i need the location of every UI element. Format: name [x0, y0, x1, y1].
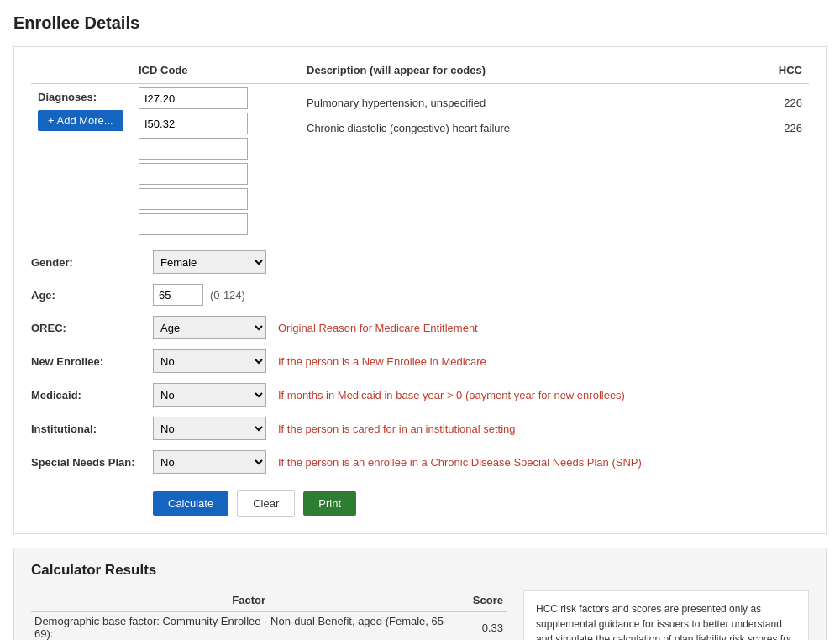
diag-desc-2 — [307, 141, 727, 166]
results-col-factor: Factor — [31, 590, 466, 612]
icd-input-1[interactable] — [139, 113, 248, 134]
new-enrollee-row: New Enrollee: No Yes If the person is a … — [31, 344, 809, 378]
col-header-icd: ICD Code — [132, 60, 300, 84]
calculate-button[interactable]: Calculate — [153, 491, 228, 516]
diag-hcc-2 — [741, 141, 802, 166]
orec-label: OREC: — [31, 322, 153, 334]
action-buttons: Calculate Clear Print — [31, 490, 809, 517]
snp-select[interactable]: No Yes — [153, 450, 266, 474]
diagnoses-label: Diagnoses: — [38, 91, 125, 103]
institutional-hint: If the person is cared for in an institu… — [278, 422, 516, 435]
new-enrollee-select[interactable]: No Yes — [153, 349, 266, 373]
add-more-button[interactable]: + Add More... — [38, 110, 123, 131]
col-header-hcc: HCC — [734, 60, 809, 84]
medicaid-label: Medicaid: — [31, 389, 153, 401]
new-enrollee-hint: If the person is a New Enrollee in Medic… — [278, 355, 486, 368]
gender-row: Gender: Female Male — [31, 245, 809, 279]
enrollee-table: ICD Code Description (will appear for co… — [31, 60, 809, 245]
diag-hcc-5 — [741, 217, 802, 242]
diag-desc-1: Chronic diastolic (congestive) heart fai… — [307, 116, 727, 141]
page-title: Enrollee Details — [13, 13, 827, 33]
icd-input-3[interactable] — [139, 163, 248, 185]
diag-hcc-3 — [741, 166, 802, 191]
calculator-results-section: Calculator Results Factor Score Demograp… — [13, 548, 827, 640]
snp-hint: If the person is an enrollee in a Chroni… — [278, 456, 642, 469]
diag-desc-4 — [307, 191, 727, 217]
icd-input-0[interactable] — [139, 87, 248, 109]
diag-hcc-0: 226 — [741, 91, 802, 116]
age-row: Age: (0-124) — [31, 279, 809, 311]
diag-desc-5 — [307, 217, 727, 242]
results-note: HCC risk factors and scores are presente… — [523, 590, 809, 640]
age-range: (0-124) — [210, 289, 245, 302]
results-table: Factor Score Demographic base factor: Co… — [31, 590, 507, 640]
diag-hcc-1: 226 — [741, 116, 802, 141]
results-table-col: Factor Score Demographic base factor: Co… — [31, 590, 507, 640]
institutional-select[interactable]: No Yes — [153, 417, 266, 440]
results-col-score: Score — [466, 590, 507, 612]
institutional-label: Institutional: — [31, 422, 153, 435]
institutional-row: Institutional: No Yes If the person is c… — [31, 412, 809, 445]
snp-row: Special Needs Plan: No Yes If the person… — [31, 445, 809, 479]
orec-select[interactable]: Age Disability ESRD Disability and ESRD — [153, 316, 266, 339]
gender-select[interactable]: Female Male — [153, 250, 266, 274]
diag-hcc-4 — [741, 191, 802, 217]
orec-hint: Original Reason for Medicare Entitlement — [278, 322, 478, 334]
gender-label: Gender: — [31, 256, 153, 269]
diag-desc-3 — [307, 166, 727, 191]
age-label: Age: — [31, 289, 153, 302]
snp-label: Special Needs Plan: — [31, 456, 153, 469]
medicaid-select[interactable]: No Yes — [153, 383, 266, 407]
print-button[interactable]: Print — [303, 491, 356, 516]
icd-input-2[interactable] — [139, 138, 248, 160]
results-layout: Factor Score Demographic base factor: Co… — [31, 590, 809, 640]
icd-input-4[interactable] — [139, 188, 248, 210]
medicaid-hint: If months in Medicaid in base year > 0 (… — [278, 389, 625, 401]
medicaid-row: Medicaid: No Yes If months in Medicaid i… — [31, 378, 809, 412]
enrollee-details-section: ICD Code Description (will appear for co… — [13, 46, 827, 534]
new-enrollee-label: New Enrollee: — [31, 355, 153, 368]
result-score-0: 0.33 — [466, 612, 507, 641]
result-factor-0: Demographic base factor: Community Enrol… — [31, 612, 466, 641]
clear-button[interactable]: Clear — [237, 490, 295, 517]
age-input[interactable] — [153, 284, 203, 306]
diag-desc-0: Pulmonary hypertension, unspecified — [307, 91, 727, 116]
diagnoses-row: Diagnoses: + Add More... Pulmonary hyper… — [31, 84, 809, 246]
results-title: Calculator Results — [31, 562, 809, 579]
orec-row: OREC: Age Disability ESRD Disability and… — [31, 311, 809, 344]
result-row-0: Demographic base factor: Community Enrol… — [31, 612, 507, 641]
col-header-desc: Description (will appear for codes) — [300, 60, 734, 84]
icd-input-5[interactable] — [139, 213, 248, 235]
